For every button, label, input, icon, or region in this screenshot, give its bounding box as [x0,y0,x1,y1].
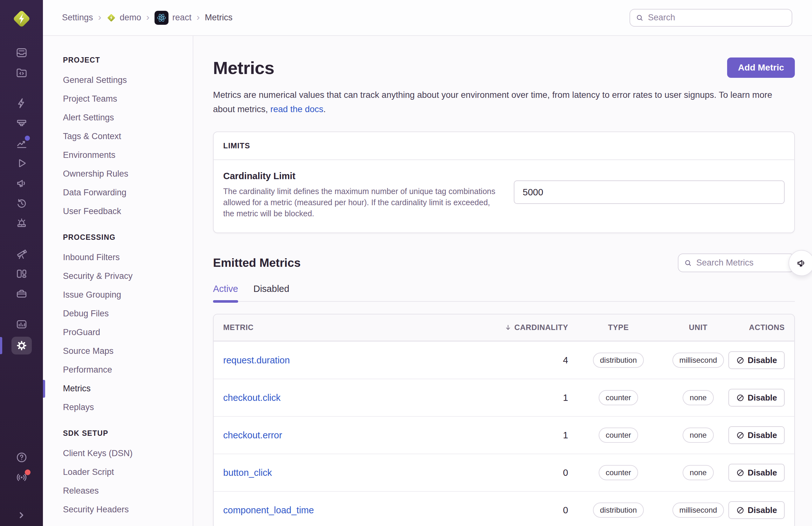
play-icon [15,157,28,170]
sidebar-item-security-headers[interactable]: Security Headers [63,500,183,519]
disable-circle-slash-icon [736,393,744,402]
cardinality-value: 0 [505,505,568,515]
sentry-logo[interactable] [11,8,32,29]
sidebar-item-source-maps[interactable]: Source Maps [63,342,183,361]
metric-link[interactable]: checkout.click [223,393,281,403]
metric-link[interactable]: request.duration [223,355,290,365]
cardinality-value: 4 [505,355,568,365]
cardinality-limit-input[interactable] [514,180,785,204]
org-diamond-icon [106,13,116,22]
sidebar-item-whats-new[interactable] [0,470,43,485]
sidebar-item-stats[interactable] [0,136,43,151]
breadcrumb-org[interactable]: demo [106,13,142,22]
megaphone-icon [15,177,28,190]
megaphone-icon [796,257,808,269]
sidebar-item-feedback[interactable] [0,176,43,191]
sidebar-item-help[interactable] [0,450,43,465]
sidebar-item-client-keys[interactable]: Client Keys (DSN) [63,444,183,463]
column-header-label: CARDINALITY [514,323,568,332]
react-platform-icon [155,11,169,25]
sidebar-item-proguard[interactable]: ProGuard [63,323,183,342]
siren-icon [15,217,28,230]
column-header-unit: UNIT [669,323,728,332]
disable-button[interactable]: Disable [728,501,785,519]
global-search-input[interactable] [629,9,792,27]
notification-dot-red [25,469,30,475]
type-chip: counter [599,465,638,480]
description-period: . [323,104,326,114]
notification-dot [25,136,30,141]
unit-chip: none [683,465,713,480]
sidebar-item-security-privacy[interactable]: Security & Privacy [63,267,183,286]
sidebar-item-releases[interactable] [0,286,43,301]
tab-active[interactable]: Active [213,284,238,301]
sidebar-item-issue-grouping[interactable]: Issue Grouping [63,286,183,304]
sidebar-item-inbound-filters[interactable]: Inbound Filters [63,248,183,267]
metric-link[interactable]: checkout.error [223,430,282,440]
stats-panel-icon [15,318,28,331]
sidebar-item-tags-context[interactable]: Tags & Context [63,127,183,146]
breadcrumb-settings[interactable]: Settings [62,13,93,22]
sidebar-item-alert-settings[interactable]: Alert Settings [63,108,183,127]
table-row: component_load_time 0 distribution milli… [214,491,794,526]
sidebar-item-general-settings[interactable]: General Settings [63,71,183,90]
sidebar-section-sdk-setup: SDK SETUP Client Keys (DSN) Loader Scrip… [63,427,183,519]
telescope-icon [15,247,28,260]
disable-button-label: Disable [748,431,777,440]
grid-layout-icon [15,268,28,280]
sidebar-item-settings[interactable] [0,337,43,355]
disable-button[interactable]: Disable [728,389,785,407]
column-header-cardinality[interactable]: CARDINALITY [505,323,568,332]
sidebar-item-dashboards[interactable] [0,266,43,282]
disable-button[interactable]: Disable [728,426,785,444]
disable-circle-slash-icon [736,468,744,477]
breadcrumb: Settings › demo › [62,11,232,25]
add-metric-button[interactable]: Add Metric [727,58,795,78]
sidebar-item-releases[interactable]: Releases [63,482,183,500]
sidebar-item-insights[interactable] [0,317,43,332]
sort-desc-arrow-icon [504,324,512,331]
sidebar-item-projector[interactable] [0,116,43,131]
app-frame: Settings › demo › [43,0,812,526]
feedback-fab-button[interactable] [788,250,812,276]
sidebar-item-issues[interactable] [0,45,43,60]
metric-link[interactable]: button_click [223,468,272,478]
sidebar-item-ownership-rules[interactable]: Ownership Rules [63,165,183,183]
sidebar-item-environments[interactable]: Environments [63,146,183,165]
table-row: checkout.error 1 counter none Disable [214,416,794,454]
sidebar-item-projects[interactable] [0,65,43,80]
sidebar-item-replays[interactable] [0,156,43,171]
sidebar-item-project-teams[interactable]: Project Teams [63,90,183,108]
disable-button[interactable]: Disable [728,351,785,369]
disable-button[interactable]: Disable [728,464,785,482]
cardinality-value: 1 [505,393,568,403]
table-row: button_click 0 counter none Disable [214,454,794,491]
metrics-search-input[interactable] [678,254,795,272]
sidebar-item-debug-files[interactable]: Debug Files [63,304,183,323]
read-the-docs-link[interactable]: read the docs [270,104,323,114]
sidebar-item-quickstart[interactable] [0,95,43,111]
tab-disabled[interactable]: Disabled [253,284,289,301]
sidebar-item-alerts[interactable] [0,216,43,231]
expand-rail-button[interactable] [0,508,43,523]
sidebar-item-replays[interactable]: Replays [63,398,183,417]
main-content: Metrics Add Metric Metrics are numerical… [193,36,812,526]
disable-circle-slash-icon [736,506,744,514]
table-header-row: METRIC CARDINALITY TYPE UNIT ACTIONS [214,314,794,341]
sidebar-item-crons[interactable] [0,196,43,211]
sidebar-item-metrics[interactable]: Metrics [63,379,183,398]
sidebar-item-explore[interactable] [0,246,43,261]
sidebar-item-loader-script[interactable]: Loader Script [63,463,183,482]
chevron-separator-icon: › [197,12,200,22]
sidebar-item-user-feedback[interactable]: User Feedback [63,202,183,221]
sidebar-item-data-forwarding[interactable]: Data Forwarding [63,183,183,202]
metric-link[interactable]: component_load_time [223,505,314,515]
disable-button-label: Disable [748,356,777,365]
metrics-table: METRIC CARDINALITY TYPE UNIT ACTIONS [213,314,795,526]
icon-rail [0,0,43,526]
breadcrumb-project[interactable]: react [155,11,191,25]
sidebar-item-performance[interactable]: Performance [63,361,183,379]
type-chip: distribution [593,502,644,518]
section-title: PROCESSING [63,231,183,243]
unit-chip: none [683,390,713,405]
